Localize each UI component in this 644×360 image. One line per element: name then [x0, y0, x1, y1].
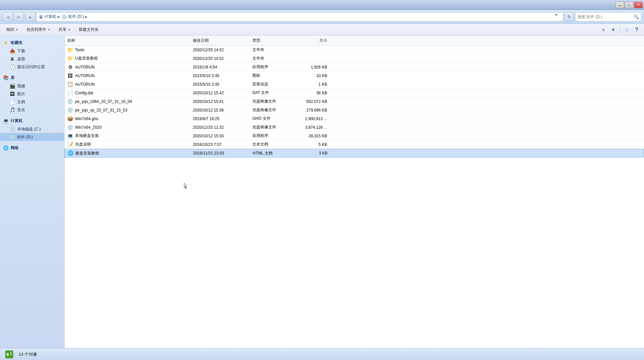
address-dropdown-button[interactable]: ▼ — [554, 13, 561, 21]
up-button[interactable]: ▲ — [25, 12, 35, 22]
sidebar-section-network: 🌐 网络 — [0, 144, 64, 152]
sidebar-music-label: 音乐 — [17, 107, 25, 113]
file-cell-size-4: 1 KB — [293, 81, 332, 87]
file-icon-3: 🖼 — [67, 73, 73, 79]
address-bar[interactable]: 🖥 计算机 ▶ 💿 软件 (D:) ▶ ▼ — [36, 12, 563, 22]
file-name-7: pe_yqs_xp_20_07_31_15_53 — [75, 108, 127, 112]
sidebar-item-download[interactable]: 📥 下载 — [0, 47, 64, 55]
table-row[interactable]: 📁 U盘安装教程 2020/12/25 14:52 文件夹 — [64, 54, 644, 63]
column-size-header[interactable]: 大小 — [293, 37, 332, 44]
table-row[interactable]: 💿 Win7x64_2020 2020/12/25 11:32 光盘映像文件 3… — [64, 123, 644, 132]
close-button[interactable]: ✕ — [634, 2, 643, 8]
table-row[interactable]: 📁 Tools 2020/12/25 14:52 文件夹 — [64, 46, 644, 54]
file-cell-name-2: ⚙ AUTORUN — [64, 64, 190, 71]
view-dropdown-button[interactable]: ▼ — [609, 25, 618, 34]
file-cell-size-3: 10 KB — [293, 73, 332, 79]
file-cell-size-11: 5 KB — [293, 142, 332, 148]
share-arrow: ▼ — [68, 28, 71, 31]
sidebar-item-drive-c[interactable]: 💿 本地磁盘 (C:) — [0, 125, 64, 133]
status-bar: 13 个对象 — [0, 348, 644, 360]
forward-button[interactable]: ▶ — [14, 12, 24, 22]
file-cell-date-3: 2015/5/10 2:45 — [190, 73, 250, 79]
file-cell-size-2: 1,926 KB — [293, 64, 332, 70]
table-row[interactable]: 💿 pe_yqs_xp_20_07_31_15_53 2020/10/12 15… — [64, 106, 644, 114]
sidebar-item-document[interactable]: 📄 文档 — [0, 98, 64, 106]
file-cell-date-9: 2020/12/25 11:32 — [190, 124, 250, 130]
file-name-6: pe_yqs_1064_20_07_31_16_04 — [75, 99, 132, 104]
include-library-arrow: ▼ — [48, 28, 51, 31]
file-cell-date-5: 2020/10/12 15:42 — [190, 90, 250, 96]
file-cell-type-5: DAT 文件 — [250, 89, 293, 96]
drive-icon: 💿 — [62, 14, 67, 20]
video-icon: 🎬 — [9, 83, 15, 89]
drive-d-icon: 💿 — [9, 134, 15, 140]
search-input[interactable] — [578, 15, 632, 19]
table-row[interactable]: 📋 AUTORUN 2015/5/10 2:45 安装信息 1 KB — [64, 80, 644, 89]
file-cell-name-8: 📦 Win7x64.gho — [64, 115, 190, 122]
file-cell-name-1: 📁 U盘安装教程 — [64, 55, 190, 62]
file-cell-size-9: 3,874,126 ... — [293, 124, 332, 130]
column-date-header[interactable]: 修改日期 — [190, 37, 250, 44]
back-button[interactable]: ◀ — [3, 12, 13, 22]
sidebar-drive-c-label: 本地磁盘 (C:) — [17, 126, 41, 132]
file-cell-date-4: 2015/5/10 2:45 — [190, 81, 250, 87]
download-icon: 📥 — [9, 48, 15, 54]
table-row[interactable]: 💿 pe_yqs_1064_20_07_31_16_04 2020/10/12 … — [64, 97, 644, 106]
file-cell-type-3: 图标 — [250, 72, 293, 79]
sidebar-section-favorites-header[interactable]: ★ 收藏夹 — [0, 38, 64, 47]
file-cell-type-0: 文件夹 — [250, 46, 293, 53]
file-cell-type-6: 光盘映像文件 — [250, 98, 293, 105]
sidebar-item-music[interactable]: 🎵 音乐 — [0, 106, 64, 114]
table-row[interactable]: 🖼 AUTORUN 2015/5/10 2:45 图标 10 KB — [64, 71, 644, 80]
share-button[interactable]: 共享 ▼ — [55, 25, 74, 34]
computer-icon: 🖥 — [39, 14, 43, 20]
file-icon-0: 📁 — [67, 47, 73, 53]
sidebar-item-drive-d[interactable]: 💿 软件 (D:) — [0, 133, 64, 141]
table-row[interactable]: 💻 本地硬盘安装 2020/10/12 15:30 应用程序 28,315 KB — [64, 132, 644, 140]
maximize-button[interactable]: □ — [625, 2, 633, 8]
help-button[interactable]: ? — [632, 25, 641, 34]
file-name-4: AUTORUN — [75, 82, 95, 87]
sidebar-section-favorites: ★ 收藏夹 📥 下载 🖥 桌面 🕐 最近访问的位置 — [0, 38, 64, 71]
sidebar-item-picture[interactable]: 🖼 图片 — [0, 90, 64, 98]
table-row[interactable]: 📦 Win7x64.gho 2019/9/7 19:25 GHO 文件 2,90… — [64, 114, 644, 123]
sidebar-item-recent[interactable]: 🕐 最近访问的位置 — [0, 63, 64, 71]
column-name-header[interactable]: 名称 — [64, 37, 190, 44]
sidebar-section-computer-header[interactable]: 💻 计算机 — [0, 116, 64, 125]
organize-button[interactable]: 组织 ▼ — [3, 25, 22, 34]
minimize-button[interactable]: — — [616, 2, 624, 8]
file-icon-4: 📋 — [67, 81, 73, 87]
sidebar-item-video[interactable]: 🎬 视频 — [0, 82, 64, 90]
file-cell-type-9: 光盘映像文件 — [250, 124, 293, 131]
search-icon[interactable]: 🔍 — [633, 14, 639, 20]
column-type-header[interactable]: 类型 — [250, 37, 293, 44]
search-bar[interactable]: 🔍 — [575, 12, 641, 22]
details-pane-button[interactable]: □ — [622, 25, 631, 34]
file-cell-date-1: 2020/12/25 14:52 — [190, 56, 250, 62]
address-computer[interactable]: 🖥 计算机 — [39, 14, 56, 20]
file-cell-type-7: 光盘映像文件 — [250, 107, 293, 113]
sidebar-section-network-header[interactable]: 🌐 网络 — [0, 144, 64, 152]
sidebar-desktop-label: 桌面 — [17, 56, 25, 62]
sidebar-section-computer: 💻 计算机 💿 本地磁盘 (C:) 💿 软件 (D:) — [0, 116, 64, 141]
table-row[interactable]: ⚙ AUTORUN 2016/1/8 4:54 应用程序 1,926 KB — [64, 63, 644, 71]
share-label: 共享 — [59, 27, 66, 32]
sidebar-item-desktop[interactable]: 🖥 桌面 — [0, 55, 64, 63]
table-row[interactable]: 📄 Config.dat 2020/10/12 15:42 DAT 文件 36 … — [64, 89, 644, 97]
address-drive[interactable]: 💿 软件 (D:) — [62, 14, 84, 20]
table-row[interactable]: 📝 光盘说明 2016/10/23 7:07 文本文档 5 KB — [64, 140, 644, 149]
file-cell-size-12: 3 KB — [293, 150, 333, 156]
file-cell-name-3: 🖼 AUTORUN — [64, 72, 190, 79]
table-row[interactable]: 🌐 硬盘安装教程 2016/11/21 22:03 HTML 文档 3 KB — [64, 149, 644, 158]
file-cell-date-2: 2016/1/8 4:54 — [190, 64, 250, 70]
view-mode-button[interactable]: ≡ — [599, 25, 608, 34]
toolbar: 组织 ▼ 包含到库中 ▼ 共享 ▼ 新建文件夹 ≡ ▼ □ ? — [0, 24, 644, 36]
refresh-button[interactable]: ↻ — [565, 12, 574, 22]
sidebar-section-library-header[interactable]: 📚 库 — [0, 73, 64, 82]
sidebar-library-title: 库 — [11, 75, 15, 81]
file-name-1: U盘安装教程 — [75, 56, 98, 61]
new-folder-button[interactable]: 新建文件夹 — [75, 25, 102, 34]
file-cell-size-8: 2,900,813 ... — [293, 116, 332, 122]
library-icon: 📚 — [3, 75, 9, 81]
include-library-button[interactable]: 包含到库中 ▼ — [23, 25, 54, 34]
